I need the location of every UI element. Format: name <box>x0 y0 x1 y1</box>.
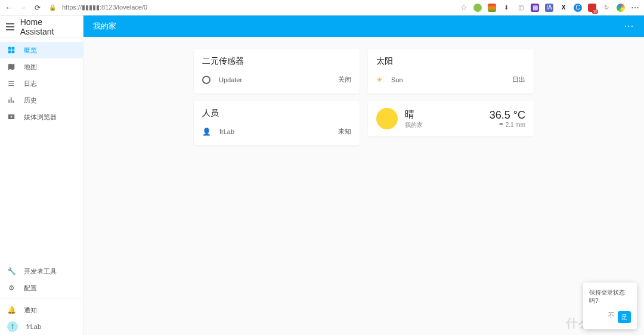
back-button[interactable]: ← <box>5 3 13 12</box>
card-title: 人员 <box>202 108 351 119</box>
entity-name: frLab <box>219 128 234 135</box>
radiobox-blank-icon <box>202 76 210 84</box>
sidebar-header: Home Assistant <box>0 15 83 38</box>
sidebar-item-logbook[interactable]: 日志 <box>0 75 83 92</box>
ext-icon[interactable] <box>617 4 625 12</box>
bell-icon: 🔔 <box>7 306 16 314</box>
ext-icon[interactable] <box>473 4 482 12</box>
entity-name: Sun <box>391 76 403 83</box>
sidebar-item-history[interactable]: 历史 <box>0 92 83 108</box>
card-weather[interactable]: 晴 我的家 36.5 °C ☂ 2.1 mm <box>368 101 534 137</box>
svg-rect-1 <box>12 47 15 50</box>
gear-icon: ⚙ <box>7 284 16 292</box>
user-name: frLab <box>26 323 41 330</box>
weather-precipitation: ☂ 2.1 mm <box>490 122 525 128</box>
weather-row: 晴 我的家 36.5 °C ☂ 2.1 mm <box>376 108 525 129</box>
dashboard-content: 二元传感器 Updater 关闭 人员 👤 frLab 未知 <box>83 37 644 157</box>
ext-icon[interactable]: X <box>559 4 568 12</box>
media-icon <box>7 113 16 121</box>
ext-icon[interactable]: ◫ <box>516 4 525 12</box>
card-sun[interactable]: 太阳 ☀ Sun 日出 <box>368 49 534 94</box>
browser-chrome: ← → ⟳ 🔒 https://▮▮▮▮▮:8123/lovelace/0 ☆ … <box>0 0 644 15</box>
ext-icon[interactable]: C <box>574 4 582 12</box>
wrench-icon: 🔧 <box>7 267 16 275</box>
ext-icon[interactable]: IA <box>545 4 553 12</box>
sidebar-item-devtools[interactable]: 🔧 开发者工具 <box>0 263 83 280</box>
sidebar-item-label: 概览 <box>24 46 37 55</box>
entity-state: 日出 <box>512 75 525 84</box>
extension-tray: ☆ ⬇ ◫ ▦ IA X C 15 ↻ ⋯ <box>460 3 639 13</box>
weather-location: 我的家 <box>405 121 423 129</box>
svg-rect-7 <box>8 100 10 103</box>
sidebar-item-label: 媒体浏览器 <box>24 113 57 122</box>
entity-row[interactable]: ☀ Sun 日出 <box>376 73 525 86</box>
main-area: 我的家 ⋮ 二元传感器 Updater 关闭 人员 👤 frLab <box>83 15 644 335</box>
page-title: 我的家 <box>93 21 116 32</box>
weather-sunny-icon <box>376 108 398 129</box>
svg-rect-3 <box>12 51 15 54</box>
ext-icon[interactable]: ⬇ <box>502 4 510 12</box>
sidebar-item-user[interactable]: f frLab <box>0 318 83 335</box>
overflow-menu-icon[interactable]: ⋮ <box>623 21 634 32</box>
ext-icon[interactable] <box>488 4 496 12</box>
nav-arrows: ← → <box>5 3 26 12</box>
toast-message: 保持登录状态吗? <box>589 289 631 305</box>
ext-icon[interactable]: ↻ <box>602 4 611 12</box>
weather-sunny-icon: ☀ <box>376 76 383 84</box>
card-binary-sensor[interactable]: 二元传感器 Updater 关闭 <box>194 49 360 94</box>
reload-button[interactable]: ⟳ <box>35 4 41 12</box>
umbrella-icon: ☂ <box>499 122 504 128</box>
card-person[interactable]: 人员 👤 frLab 未知 <box>194 101 360 145</box>
ext-icon[interactable]: ▦ <box>531 4 539 12</box>
account-icon: 👤 <box>202 128 211 136</box>
sidebar-item-label: 配置 <box>24 284 37 293</box>
svg-rect-2 <box>8 51 11 54</box>
sidebar: Home Assistant 概览 地图 日志 历史 媒体浏览器 <box>0 15 83 335</box>
keep-logged-in-toast: 保持登录状态吗? 不 是 <box>583 283 637 329</box>
entity-row[interactable]: Updater 关闭 <box>202 73 351 86</box>
sidebar-item-overview[interactable]: 概览 <box>0 42 83 58</box>
history-icon <box>7 96 16 104</box>
map-icon <box>7 63 16 71</box>
toast-confirm-button[interactable]: 是 <box>618 311 631 323</box>
svg-rect-0 <box>8 47 11 50</box>
sidebar-item-label: 历史 <box>24 96 37 105</box>
sidebar-item-notifications[interactable]: 🔔 通知 <box>0 302 83 318</box>
entity-state: 关闭 <box>338 75 351 84</box>
sidebar-item-label: 开发者工具 <box>24 267 57 276</box>
overview-icon <box>7 46 16 54</box>
favorite-icon[interactable]: ☆ <box>460 3 467 12</box>
forward-button[interactable]: → <box>18 3 26 12</box>
divider <box>0 299 83 299</box>
card-title: 太阳 <box>376 56 525 67</box>
weather-temperature: 36.5 °C <box>490 109 525 122</box>
topbar: 我的家 ⋮ <box>83 15 644 37</box>
entity-state: 未知 <box>338 127 351 136</box>
entity-row[interactable]: 👤 frLab 未知 <box>202 125 351 138</box>
weather-condition: 晴 <box>405 108 423 121</box>
entity-name: Updater <box>219 76 242 83</box>
card-title: 二元传感器 <box>202 56 351 67</box>
sidebar-item-label: 通知 <box>24 306 37 315</box>
sidebar-item-media[interactable]: 媒体浏览器 <box>0 108 83 125</box>
browser-menu-icon[interactable]: ⋯ <box>631 3 639 13</box>
app-title: Home Assistant <box>20 17 77 36</box>
address-bar[interactable]: https://▮▮▮▮▮:8123/lovelace/0 <box>62 4 147 11</box>
sidebar-item-label: 日志 <box>24 79 37 88</box>
sidebar-item-label: 地图 <box>24 63 37 72</box>
sidebar-nav: 概览 地图 日志 历史 媒体浏览器 <box>0 38 83 263</box>
sidebar-item-config[interactable]: ⚙ 配置 <box>0 280 83 296</box>
sidebar-item-map[interactable]: 地图 <box>0 58 83 75</box>
menu-toggle-icon[interactable] <box>6 23 14 30</box>
lock-icon: 🔒 <box>49 4 56 11</box>
logbook-icon <box>7 79 16 88</box>
svg-rect-8 <box>11 97 12 103</box>
svg-rect-9 <box>13 101 14 103</box>
toast-dismiss-button[interactable]: 不 <box>608 311 614 323</box>
ext-icon[interactable]: 15 <box>588 4 596 12</box>
avatar: f <box>7 321 18 332</box>
